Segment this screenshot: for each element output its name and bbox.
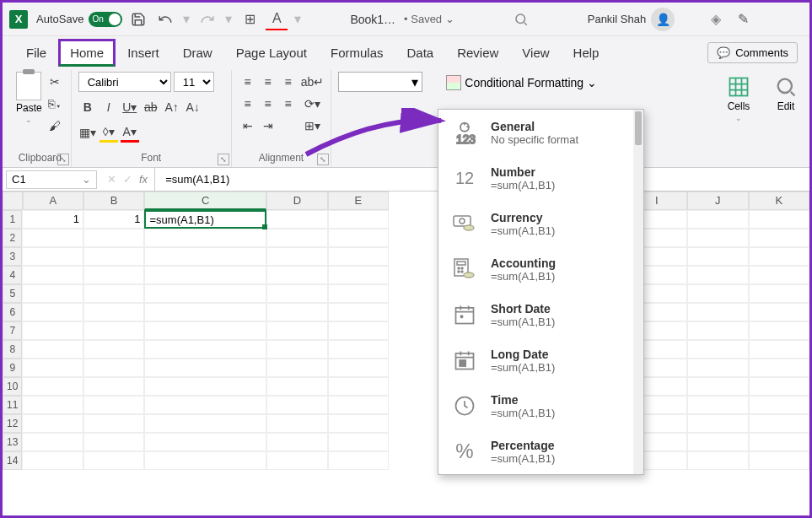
redo-icon[interactable] xyxy=(196,8,218,30)
align-top-icon[interactable]: ≡ xyxy=(239,72,257,92)
number-format-select[interactable]: ▾ xyxy=(338,72,422,92)
strike-icon[interactable]: ab xyxy=(142,97,160,117)
tab-review[interactable]: Review xyxy=(445,39,510,67)
undo-icon[interactable] xyxy=(154,8,176,30)
svg-rect-1 xyxy=(730,78,748,96)
name-box[interactable]: C1⌄ xyxy=(6,170,97,189)
shrink-font-icon[interactable]: A↓ xyxy=(184,97,202,117)
cell-a1[interactable]: 1 xyxy=(22,210,83,229)
underline-button[interactable]: U▾ xyxy=(121,97,139,117)
align-left-icon[interactable]: ≡ xyxy=(239,94,257,114)
format-option-general[interactable]: 123 General No specific format xyxy=(438,110,643,155)
conditional-formatting-button[interactable]: Conditional Formatting ⌄ xyxy=(444,72,599,94)
tab-view[interactable]: View xyxy=(510,39,561,67)
row-header-10[interactable]: 10 xyxy=(3,377,22,396)
row-header-12[interactable]: 12 xyxy=(3,414,22,433)
cell-d1[interactable] xyxy=(266,210,328,229)
grow-font-icon[interactable]: A↑ xyxy=(163,97,181,117)
cell-e1[interactable] xyxy=(328,210,390,229)
tab-home[interactable]: Home xyxy=(58,39,116,67)
wrap-text-icon[interactable]: ab↵ xyxy=(301,72,325,92)
tab-help[interactable]: Help xyxy=(562,39,611,67)
qat-icon-1[interactable]: ⊞ xyxy=(239,8,261,30)
col-header-k[interactable]: K xyxy=(749,192,809,210)
decrease-indent-icon[interactable]: ⇤ xyxy=(239,116,257,136)
increase-indent-icon[interactable]: ⇥ xyxy=(259,116,277,136)
italic-button[interactable]: I xyxy=(99,97,118,117)
format-option-currency[interactable]: Currency =sum(A1,B1) xyxy=(438,201,643,246)
copy-icon[interactable]: ⎘▾ xyxy=(46,94,64,114)
tab-data[interactable]: Data xyxy=(395,39,445,67)
align-middle-icon[interactable]: ≡ xyxy=(259,72,277,92)
edit-button[interactable]: Edit xyxy=(769,72,803,116)
format-option-short-date[interactable]: Short Date =sum(A1,B1) xyxy=(438,292,643,337)
tab-formulas[interactable]: Formulas xyxy=(319,39,395,67)
align-bottom-icon[interactable]: ≡ xyxy=(279,72,298,92)
tab-insert[interactable]: Insert xyxy=(116,39,171,67)
bold-button[interactable]: B xyxy=(78,97,97,117)
col-header-j[interactable]: J xyxy=(687,192,748,210)
row-header-7[interactable]: 7 xyxy=(3,321,22,340)
font-size-select[interactable]: 11 xyxy=(174,72,214,92)
autosave-toggle[interactable]: On xyxy=(89,12,122,27)
format-option-time[interactable]: Time =sum(A1,B1) xyxy=(438,383,643,429)
filename[interactable]: Book1… xyxy=(350,13,395,26)
col-header-a[interactable]: A xyxy=(23,192,83,210)
paste-button[interactable]: Paste xyxy=(16,102,42,114)
cancel-formula-icon[interactable]: ✕ xyxy=(107,173,116,186)
row-header-11[interactable]: 11 xyxy=(3,396,22,414)
format-option-number[interactable]: 12 Number =sum(A1,B1) xyxy=(438,155,643,201)
qat-dropdown-icon[interactable]: ▾ xyxy=(294,11,301,27)
search-icon[interactable] xyxy=(510,8,532,30)
align-right-icon[interactable]: ≡ xyxy=(279,94,298,114)
format-option-accounting[interactable]: Accounting =sum(A1,B1) xyxy=(438,246,643,292)
diamond-icon[interactable]: ◈ xyxy=(705,8,727,30)
row-header-1[interactable]: 1 xyxy=(3,210,22,229)
col-header-b[interactable]: B xyxy=(83,192,144,210)
select-all-corner[interactable] xyxy=(3,192,23,210)
font-color-icon[interactable]: A▾ xyxy=(121,122,139,143)
borders-icon[interactable]: ▦▾ xyxy=(78,122,97,143)
merge-icon[interactable]: ⊞▾ xyxy=(301,116,325,136)
paste-icon[interactable] xyxy=(16,72,41,100)
save-icon[interactable] xyxy=(127,8,149,30)
align-center-icon[interactable]: ≡ xyxy=(259,94,277,114)
row-header-2[interactable]: 2 xyxy=(3,229,22,247)
format-option-percentage[interactable]: % Percentage =sum(A1,B1) xyxy=(438,429,643,474)
tab-draw[interactable]: Draw xyxy=(171,39,224,67)
col-header-c[interactable]: C xyxy=(144,192,266,210)
format-option-long-date[interactable]: Long Date =sum(A1,B1) xyxy=(438,337,643,383)
brush-icon[interactable]: ✎ xyxy=(732,8,754,30)
tab-file[interactable]: File xyxy=(14,39,58,67)
orientation-icon[interactable]: ⟳▾ xyxy=(301,94,325,114)
alignment-dialog-launcher[interactable]: ⤡ xyxy=(317,154,329,165)
row-header-3[interactable]: 3 xyxy=(3,247,22,266)
qat-font-color-icon[interactable]: A xyxy=(266,8,288,30)
enter-formula-icon[interactable]: ✓ xyxy=(123,173,132,186)
fill-color-icon[interactable]: ◊▾ xyxy=(99,122,118,143)
save-status[interactable]: • Saved ⌄ xyxy=(404,13,454,25)
cut-icon[interactable]: ✂ xyxy=(46,72,64,92)
row-header-8[interactable]: 8 xyxy=(3,340,22,359)
col-header-e[interactable]: E xyxy=(328,192,389,210)
fx-icon[interactable]: fx xyxy=(139,173,148,186)
row-header-9[interactable]: 9 xyxy=(3,359,22,377)
row-header-5[interactable]: 5 xyxy=(3,284,22,303)
clipboard-dialog-launcher[interactable]: ⤡ xyxy=(57,154,69,165)
cells-button[interactable]: Cells ⌄ xyxy=(722,72,756,126)
row-header-13[interactable]: 13 xyxy=(3,433,22,451)
user-name: Pankil Shah xyxy=(588,13,646,25)
cell-b1[interactable]: 1 xyxy=(83,210,145,229)
font-dialog-launcher[interactable]: ⤡ xyxy=(218,154,229,165)
tab-page-layout[interactable]: Page Layout xyxy=(224,39,319,67)
cell-c1-active[interactable]: =sum(A1,B1) xyxy=(144,210,266,229)
comments-button[interactable]: 💬 Comments xyxy=(707,42,798,63)
format-painter-icon[interactable]: 🖌 xyxy=(46,116,64,136)
col-header-d[interactable]: D xyxy=(266,192,327,210)
row-header-6[interactable]: 6 xyxy=(3,303,22,321)
font-face-select[interactable]: Calibri xyxy=(78,72,171,92)
row-header-14[interactable]: 14 xyxy=(3,451,22,470)
dropdown-scrollbar[interactable] xyxy=(633,110,643,474)
row-header-4[interactable]: 4 xyxy=(3,266,22,284)
user-account[interactable]: Pankil Shah 👤 xyxy=(588,8,675,31)
